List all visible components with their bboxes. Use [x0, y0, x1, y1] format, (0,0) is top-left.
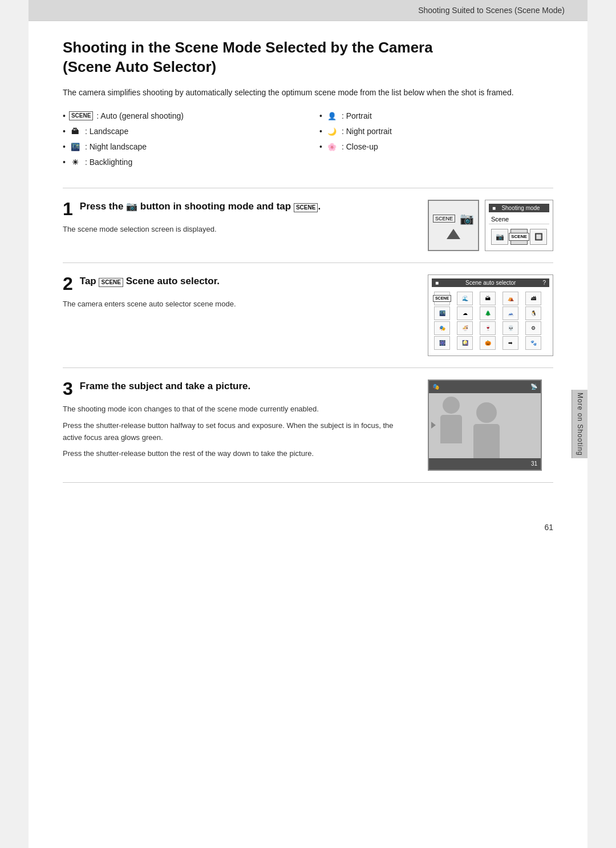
page: Shooting Suited to Scenes (Scene Mode) S…	[29, 0, 587, 848]
bullet-5: • 👤 : Portrait	[319, 110, 553, 122]
screen-question: ?	[542, 280, 546, 286]
bullet-dot-3: •	[63, 141, 66, 153]
bullet-dot-1: •	[63, 110, 66, 122]
vf-icon-left: 🎭	[432, 383, 439, 390]
bullet-3: • 🌃 : Night landscape	[63, 141, 297, 153]
grid-icon-6[interactable]: 🌃	[434, 306, 450, 320]
grid-icon-16[interactable]: 🎆	[434, 336, 450, 350]
night-landscape-icon: 🌃	[69, 142, 82, 153]
camera-button-diagram: SCENE 📷	[428, 200, 479, 251]
step-2-right: ■ Scene auto selector ? SCENE 🌊 🏔 ⛺ 🏙 🌃 …	[428, 274, 553, 356]
screen-sub-1: Scene	[489, 215, 549, 224]
grid-icon-14[interactable]: 💀	[502, 321, 518, 335]
page-number: 61	[29, 517, 587, 538]
header-text: Shooting Suited to Scenes (Scene Mode)	[418, 6, 565, 15]
screen-header-1: ■ Shooting mode	[489, 204, 549, 212]
grid-icon-20[interactable]: 🐾	[525, 336, 541, 350]
vf-icon-right: 📡	[530, 383, 537, 390]
bullet-dot-2: •	[63, 126, 66, 138]
step-1-left: 1 Press the 📷 button in shooting mode an…	[63, 200, 411, 240]
bullet-text-4: : Backlighting	[85, 156, 132, 168]
bullet-dot-5: •	[319, 110, 322, 122]
header-bar: Shooting Suited to Scenes (Scene Mode)	[29, 0, 587, 21]
grid-icon-5[interactable]: 🏙	[525, 292, 541, 305]
step-3-left: 3 Frame the subject and take a picture. …	[63, 379, 411, 465]
grid-icon-17[interactable]: 🎑	[457, 336, 473, 350]
grid-icon-1[interactable]: SCENE	[434, 292, 450, 305]
screen-icons-row-1: 📷 SCENE 🔲	[489, 227, 549, 247]
step-2-number: 2	[63, 274, 73, 293]
grid-icon-7[interactable]: ☁	[457, 306, 473, 320]
screen-btn-other[interactable]: 🔲	[530, 229, 547, 245]
sidebar-tab: More on Shooting	[572, 390, 587, 458]
night-portrait-icon: 🌙	[326, 126, 338, 138]
scene-auto-screen: ■ Scene auto selector ? SCENE 🌊 🏔 ⛺ 🏙 🌃 …	[428, 274, 553, 356]
page-title: Shooting in the Scene Mode Selected by t…	[63, 38, 553, 77]
step-3-section: 3 Frame the subject and take a picture. …	[63, 368, 553, 483]
bullet-dot-4: •	[63, 156, 66, 168]
screen-bullet: ■	[492, 205, 496, 211]
screen-title-2: Scene auto selector	[465, 280, 516, 286]
bullet-text-1: : Auto (general shooting)	[96, 110, 184, 122]
step-1-title-text: button in shooting mode and tap	[140, 201, 291, 212]
step-1-images: SCENE 📷 ■ Shooting mode Scene	[428, 200, 553, 251]
step-3-right: 🎭 📡 31	[428, 379, 553, 471]
step-2-section: 2 Tap SCENE Scene auto selector. The cam…	[63, 263, 553, 368]
step-1-body: The scene mode selection screen is displ…	[63, 224, 411, 236]
person-1-body	[440, 415, 462, 443]
scene-label: SCENE	[433, 215, 455, 223]
bullet-text-2: : Landscape	[85, 126, 128, 138]
bullet-section: • SCENE : Auto (general shooting) • 🏔 : …	[63, 110, 553, 172]
intro-paragraph: The camera simplifies shooting by automa…	[63, 86, 553, 99]
bullet-text-7: : Close-up	[342, 141, 378, 153]
grid-icon-4[interactable]: ⛺	[502, 292, 518, 305]
vf-shot-count: 31	[531, 461, 537, 467]
screen-header-2: ■ Scene auto selector ?	[432, 278, 549, 287]
grid-icon-12[interactable]: 🍜	[457, 321, 473, 335]
grid-icon-2[interactable]: 🌊	[457, 292, 473, 305]
step-1-right: SCENE 📷 ■ Shooting mode Scene	[428, 200, 553, 251]
vf-top-bar: 🎭 📡	[429, 381, 541, 393]
main-content: Shooting in the Scene Mode Selected by t…	[29, 21, 587, 517]
grid-icon-9[interactable]: 🗻	[502, 306, 518, 320]
grid-icon-8[interactable]: 🌲	[480, 306, 496, 320]
screen-btn-camera[interactable]: 📷	[491, 229, 508, 245]
grid-icon-13[interactable]: 🍷	[480, 321, 496, 335]
grid-icon-18[interactable]: 🎃	[480, 336, 496, 350]
viewfinder-mockup: 🎭 📡 31	[428, 379, 542, 471]
step-2-title: 2 Tap SCENE Scene auto selector.	[63, 274, 411, 293]
step-3-body-1: The shooting mode icon changes to that o…	[63, 403, 411, 415]
grid-icon-11[interactable]: 🎭	[434, 321, 450, 335]
portrait-icon: 👤	[326, 111, 338, 122]
bullet-icon-1: SCENE	[69, 111, 93, 120]
step-3-number: 3	[63, 379, 73, 398]
grid-icon-19[interactable]: ➡	[502, 336, 518, 350]
grid-icon-15[interactable]: ⚙	[525, 321, 541, 335]
person-2-head	[476, 402, 497, 423]
scene-icon-sm: SCENE	[509, 233, 529, 241]
person-silhouettes	[440, 397, 500, 458]
bullet-7: • 🌸 : Close-up	[319, 141, 553, 153]
bullet-1: • SCENE : Auto (general shooting)	[63, 110, 297, 122]
person-2	[473, 402, 500, 458]
step-2-scene-icon: SCENE	[99, 278, 123, 287]
screen-btn-scene[interactable]: SCENE	[510, 229, 528, 245]
grid-icon-10[interactable]: 🐧	[525, 306, 541, 320]
step-3-title-text: Frame the subject and take a picture.	[80, 381, 250, 391]
closeup-icon: 🌸	[326, 142, 338, 153]
screen-bullet-2: ■	[435, 280, 439, 286]
shooting-mode-screen: ■ Shooting mode Scene 📷 SCENE 🔲	[485, 200, 553, 251]
person-1	[440, 397, 462, 458]
vf-bottom-bar: 31	[429, 458, 541, 470]
step-1-scene-icon: SCENE	[294, 203, 318, 212]
person-2-body	[473, 424, 500, 458]
landscape-icon: 🏔	[69, 126, 82, 138]
scene-grid: SCENE 🌊 🏔 ⛺ 🏙 🌃 ☁ 🌲 🗻 🐧 🎭 🍜 🍷 💀	[432, 289, 549, 352]
grid-icon-3[interactable]: 🏔	[480, 292, 496, 305]
bullet-text-5: : Portrait	[342, 110, 372, 122]
arrow-up-icon	[447, 229, 460, 239]
bullet-col-2: • 👤 : Portrait • 🌙 : Night portrait • 🌸 …	[319, 110, 553, 172]
step-1-title: 1 Press the 📷 button in shooting mode an…	[63, 200, 411, 218]
person-1-head	[443, 397, 460, 414]
bullet-col-1: • SCENE : Auto (general shooting) • 🏔 : …	[63, 110, 297, 172]
